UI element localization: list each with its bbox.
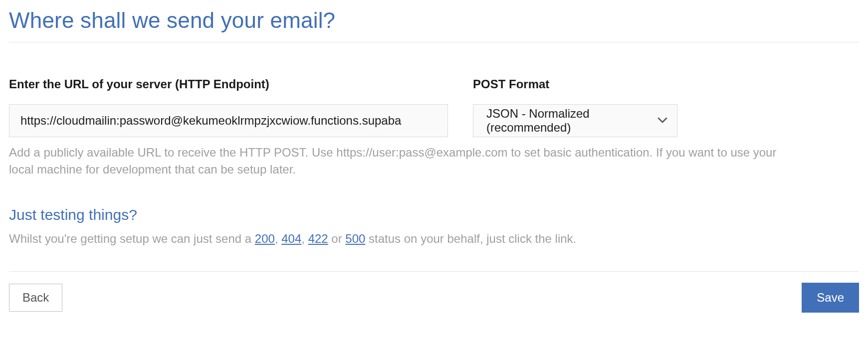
status-200-link[interactable]: 200 <box>255 232 275 245</box>
url-field-label: Enter the URL of your server (HTTP Endpo… <box>9 77 448 91</box>
status-404-link[interactable]: 404 <box>281 232 301 245</box>
divider <box>9 271 859 272</box>
status-500-link[interactable]: 500 <box>345 232 365 245</box>
form-row: Enter the URL of your server (HTTP Endpo… <box>9 77 859 137</box>
testing-suffix: status on your behalf, just click the li… <box>365 232 576 245</box>
sep: , <box>301 232 308 245</box>
format-select-value: JSON - Normalized (recommended) <box>473 104 677 137</box>
testing-heading: Just testing things? <box>9 206 859 223</box>
testing-prefix: Whilst you're getting setup we can just … <box>9 232 255 245</box>
status-422-link[interactable]: 422 <box>308 232 328 245</box>
sep: , <box>275 232 281 245</box>
back-button[interactable]: Back <box>9 284 62 312</box>
save-button[interactable]: Save <box>802 283 859 313</box>
format-field-label: POST Format <box>473 77 677 91</box>
format-field: POST Format JSON - Normalized (recommend… <box>473 77 677 137</box>
divider <box>9 42 859 42</box>
help-text: Add a publicly available URL to receive … <box>9 144 787 177</box>
sep: or <box>328 232 346 245</box>
button-row: Back Save <box>9 283 859 313</box>
page-title: Where shall we send your email? <box>9 8 859 33</box>
testing-line: Whilst you're getting setup we can just … <box>9 230 859 247</box>
url-input[interactable] <box>9 104 448 137</box>
format-select[interactable]: JSON - Normalized (recommended) <box>473 104 677 137</box>
url-field: Enter the URL of your server (HTTP Endpo… <box>9 77 448 137</box>
